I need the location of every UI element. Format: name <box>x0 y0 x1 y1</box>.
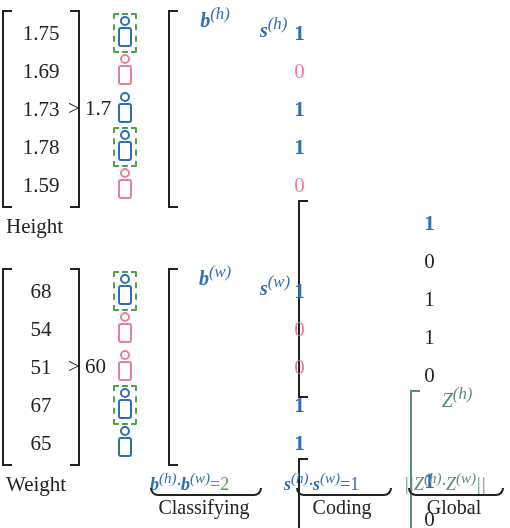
matrix-row: 10 <box>172 386 510 424</box>
male-icon <box>116 16 134 50</box>
icon-row <box>108 14 142 52</box>
brace-coding <box>296 488 392 496</box>
s-label: s(w) <box>260 272 290 300</box>
matrix-row: 01 <box>172 310 510 348</box>
dashed-highlight <box>113 127 137 167</box>
matrix-row: 10 <box>172 424 510 462</box>
vector-title: Height <box>6 214 63 239</box>
vector-entry: 1.78 <box>6 128 76 166</box>
icon-row <box>108 90 142 128</box>
icon-row <box>108 128 142 166</box>
matrix-row: 01 <box>172 52 510 90</box>
vector-entry: 1.73 <box>6 90 76 128</box>
icon-row <box>108 166 142 204</box>
b-label: b(w) <box>172 262 258 290</box>
icon-row <box>108 386 142 424</box>
dashed-highlight <box>113 271 137 311</box>
icon-row <box>108 348 142 386</box>
vector-entry: 65 <box>6 424 76 462</box>
threshold-label: > 1.7 <box>68 96 111 121</box>
male-icon <box>116 426 134 460</box>
matrix-row: 01 <box>172 166 510 204</box>
matrix-row: 10 <box>172 90 510 128</box>
icon-row <box>108 272 142 310</box>
vector-entry: 51 <box>6 348 76 386</box>
icon-row <box>108 52 142 90</box>
brace-global <box>408 488 504 496</box>
icon-column <box>108 14 142 204</box>
b-label: b(h) <box>172 4 258 32</box>
label-classifying: Classifying <box>150 496 258 519</box>
vector-entry: 1.75 <box>6 14 76 52</box>
male-icon <box>116 274 134 308</box>
icon-column <box>108 272 142 462</box>
height-group: 1.751.691.731.781.59Height> 1.7b(h)10011… <box>0 0 510 250</box>
vector-entry: 1.59 <box>6 166 76 204</box>
icon-row <box>108 310 142 348</box>
vector-entry: 1.69 <box>6 52 76 90</box>
female-icon <box>116 54 134 88</box>
b-matrix: b(h)1001101001 <box>172 14 510 204</box>
value-vector: 1.751.691.731.781.59 <box>6 14 76 204</box>
threshold-label: > 60 <box>68 354 106 379</box>
value-vector: 6854516765 <box>6 272 76 462</box>
b-matrix: b(w)1001011010 <box>172 272 510 462</box>
female-icon <box>116 312 134 346</box>
vector-entry: 68 <box>6 272 76 310</box>
matrix-row: 10 <box>172 128 510 166</box>
label-global: Global <box>408 496 500 519</box>
matrix-row: 01 <box>172 348 510 386</box>
male-icon <box>116 388 134 422</box>
matrix-row: 10 <box>302 204 510 242</box>
vector-entry: 54 <box>6 310 76 348</box>
s-label: s(h) <box>260 14 287 42</box>
dashed-highlight <box>113 13 137 53</box>
female-icon <box>116 168 134 202</box>
male-icon <box>116 92 134 126</box>
vector-entry: 67 <box>6 386 76 424</box>
male-icon <box>116 130 134 164</box>
icon-row <box>108 424 142 462</box>
brace-classifying <box>150 488 262 496</box>
female-icon <box>116 350 134 384</box>
bottom-annotations: b(h)·b(w)=2 s(h)·s(w)=1 ||Z(h)·Z(w)|| Cl… <box>0 470 510 528</box>
label-coding: Coding <box>296 496 388 519</box>
dashed-highlight <box>113 385 137 425</box>
